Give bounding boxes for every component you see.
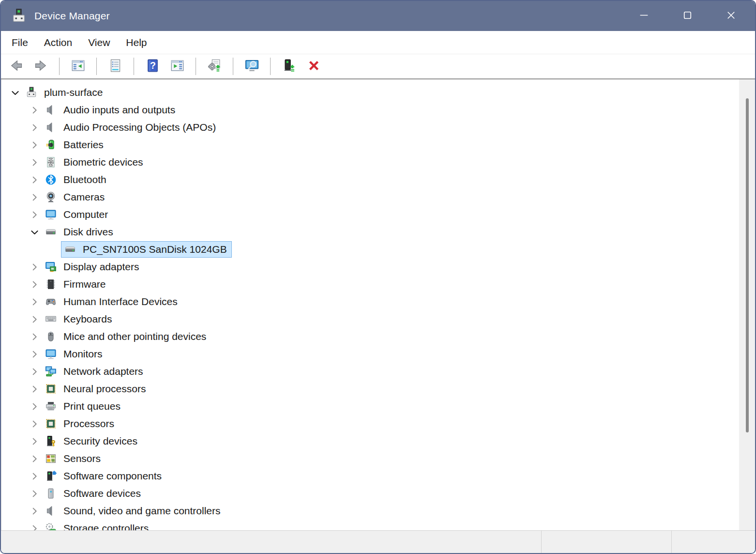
maximize-button[interactable] (676, 5, 698, 27)
tree-item-computer[interactable]: Computer (1, 206, 739, 223)
collapsed-chevron-icon[interactable] (27, 469, 42, 483)
status-bar (1, 530, 755, 553)
toolbar-separator (59, 58, 60, 75)
tree-item-sensors[interactable]: Sensors (1, 450, 739, 467)
collapsed-chevron-icon[interactable] (27, 486, 42, 501)
tree-node[interactable]: Audio inputs and outputs (42, 102, 180, 118)
collapsed-chevron-icon[interactable] (27, 364, 42, 379)
properties-button[interactable] (106, 57, 124, 76)
tree-node[interactable]: Print queues (42, 398, 125, 415)
tree-item-print-queues[interactable]: Print queues (1, 398, 739, 415)
collapsed-chevron-icon[interactable] (27, 521, 42, 530)
tree-node[interactable]: Batteries (42, 137, 108, 153)
collapsed-chevron-icon[interactable] (27, 172, 42, 187)
collapsed-chevron-icon[interactable] (27, 190, 42, 204)
tree-item-pc-sn7100s-sandisk-1024gb[interactable]: PC_SN7100S SanDisk 1024GB (1, 241, 739, 258)
expanded-chevron-icon[interactable] (8, 85, 22, 100)
tree-item-storage-controllers[interactable]: Storage controllers (1, 520, 739, 530)
tree-item-biometric-devices[interactable]: Biometric devices (1, 154, 739, 171)
expanded-chevron-icon[interactable] (27, 225, 42, 239)
tree-node[interactable]: Keyboards (42, 311, 117, 327)
back-button[interactable] (7, 57, 25, 76)
add-drivers-button[interactable] (205, 57, 224, 76)
vertical-scrollbar[interactable] (739, 79, 755, 530)
tree-node[interactable]: Software devices (42, 485, 146, 502)
tree-item-plum-surface[interactable]: plum-surface (1, 84, 739, 101)
tree-node[interactable]: Neural processors (42, 381, 151, 397)
tree-item-firmware[interactable]: Firmware (1, 276, 739, 293)
tree-node[interactable]: Software components (42, 468, 166, 484)
tree-node[interactable]: Firmware (42, 276, 111, 292)
tree-item-disk-drives[interactable]: Disk drives (1, 223, 739, 241)
scrollbar-thumb[interactable] (746, 98, 749, 432)
menu-help[interactable]: Help (126, 37, 147, 48)
menu-file[interactable]: File (12, 37, 28, 48)
collapsed-chevron-icon[interactable] (27, 416, 42, 431)
tree-item-neural-processors[interactable]: Neural processors (1, 380, 739, 398)
minimize-button[interactable] (633, 5, 655, 27)
collapsed-chevron-icon[interactable] (27, 347, 42, 361)
tree-node[interactable]: Bluetooth (42, 171, 111, 188)
menu-action[interactable]: Action (44, 37, 72, 48)
tree-node[interactable]: Computer (42, 206, 113, 223)
collapsed-chevron-icon[interactable] (27, 260, 42, 274)
monitor-icon (44, 348, 58, 360)
menu-view[interactable]: View (88, 37, 110, 48)
forward-button[interactable] (31, 57, 50, 76)
collapsed-chevron-icon[interactable] (27, 504, 42, 518)
tree-item-software-components[interactable]: Software components (1, 467, 739, 485)
collapsed-chevron-icon[interactable] (27, 329, 42, 344)
tree-node[interactable]: Biometric devices (42, 154, 148, 170)
collapsed-chevron-icon[interactable] (27, 451, 42, 466)
collapsed-chevron-icon[interactable] (27, 120, 42, 135)
tree-node[interactable]: Mice and other pointing devices (42, 328, 211, 345)
tree-node[interactable]: Sensors (42, 450, 106, 467)
show-hide-console-tree-button[interactable] (69, 57, 87, 76)
tree-node[interactable]: Disk drives (42, 224, 118, 240)
collapsed-chevron-icon[interactable] (27, 103, 42, 117)
collapsed-chevron-icon[interactable] (27, 138, 42, 152)
update-driver-button[interactable] (280, 57, 298, 76)
tree-node[interactable]: Network adapters (42, 363, 148, 380)
tree-item-software-devices[interactable]: Software devices (1, 485, 739, 502)
tree-node[interactable]: Cameras (42, 189, 109, 205)
tree-item-batteries[interactable]: Batteries (1, 136, 739, 154)
tree-node[interactable]: Processors (42, 416, 119, 432)
tree-item-monitors[interactable]: Monitors (1, 345, 739, 363)
collapsed-chevron-icon[interactable] (27, 399, 42, 414)
collapsed-chevron-icon[interactable] (27, 155, 42, 169)
tree-node[interactable]: plum-surface (22, 84, 107, 101)
close-button[interactable] (720, 5, 742, 27)
tree-node[interactable]: Display adapters (42, 259, 144, 275)
tree-item-cameras[interactable]: Cameras (1, 188, 739, 206)
tree-node[interactable]: Security devices (42, 433, 142, 449)
uninstall-device-button[interactable] (304, 57, 323, 76)
show-hide-action-pane-button[interactable] (168, 57, 186, 76)
tree-node[interactable]: PC_SN7100S SanDisk 1024GB (61, 241, 232, 258)
tree-item-mice-and-other-pointing-devices[interactable]: Mice and other pointing devices (1, 328, 739, 345)
tree-node[interactable]: Monitors (42, 346, 107, 362)
tree-node[interactable]: Storage controllers (42, 520, 153, 530)
tree-item-display-adapters[interactable]: Display adapters (1, 258, 739, 276)
tree-item-bluetooth[interactable]: Bluetooth (1, 171, 739, 188)
tree-item-keyboards[interactable]: Keyboards (1, 310, 739, 328)
collapsed-chevron-icon[interactable] (27, 312, 42, 326)
tree-node[interactable]: Sound, video and game controllers (42, 503, 226, 519)
collapsed-chevron-icon[interactable] (27, 434, 42, 448)
collapsed-chevron-icon[interactable] (27, 277, 42, 292)
tree-node[interactable]: Audio Processing Objects (APOs) (42, 119, 221, 136)
tree-item-processors[interactable]: Processors (1, 415, 739, 432)
tree-item-audio-inputs-and-outputs[interactable]: Audio inputs and outputs (1, 101, 739, 119)
help-button[interactable]: ? (143, 57, 162, 76)
collapsed-chevron-icon[interactable] (27, 382, 42, 396)
tree-node[interactable]: Human Interface Devices (42, 293, 182, 310)
collapsed-chevron-icon[interactable] (27, 207, 42, 222)
scan-hardware-changes-button[interactable] (242, 57, 261, 76)
tree-item-network-adapters[interactable]: Network adapters (1, 363, 739, 380)
status-section-1 (1, 531, 541, 553)
tree-item-human-interface-devices[interactable]: Human Interface Devices (1, 293, 739, 310)
tree-item-security-devices[interactable]: Security devices (1, 432, 739, 450)
collapsed-chevron-icon[interactable] (27, 294, 42, 309)
tree-item-audio-processing-objects-apos[interactable]: Audio Processing Objects (APOs) (1, 119, 739, 136)
tree-item-sound-video-and-game-controllers[interactable]: Sound, video and game controllers (1, 502, 739, 520)
